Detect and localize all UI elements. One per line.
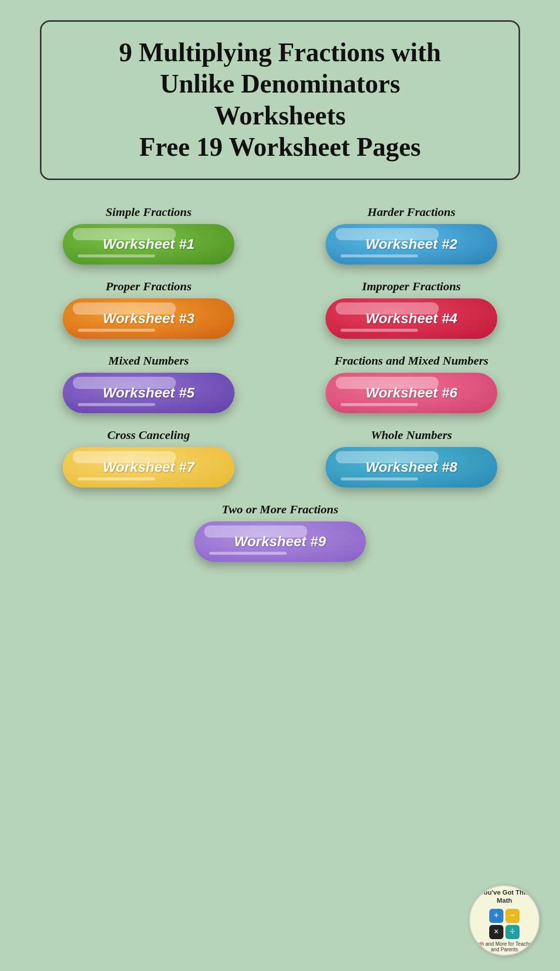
logo-area: You've Got ThisMath + − × ÷ Math and Mor… [469, 885, 540, 956]
label-w7: Cross Canceling [107, 428, 190, 442]
worksheet-1-button[interactable]: Worksheet #1 [63, 224, 235, 264]
logo-tagline: You've Got ThisMath [476, 889, 533, 904]
minus-icon: − [505, 909, 520, 923]
label-w3: Proper Fractions [106, 280, 192, 293]
worksheet-9-button[interactable]: Worksheet #9 [194, 521, 366, 562]
worksheet-7-button[interactable]: Worksheet #7 [63, 447, 235, 488]
logo-icons-grid: + − × ÷ [489, 909, 520, 939]
worksheet-cell-1: Simple Fractions Worksheet #1 [32, 205, 265, 264]
multiply-icon: × [489, 925, 503, 939]
worksheet-4-button[interactable]: Worksheet #4 [325, 298, 497, 339]
worksheet-cell-5: Mixed Numbers Worksheet #5 [32, 354, 265, 413]
worksheet-2-button[interactable]: Worksheet #2 [325, 224, 497, 264]
label-w2: Harder Fractions [367, 205, 455, 219]
label-w1: Simple Fractions [106, 205, 192, 219]
worksheet-grid: Simple Fractions Worksheet #1 Harder Fra… [32, 205, 528, 562]
label-w9: Two or More Fractions [222, 503, 338, 516]
divide-icon: ÷ [505, 925, 520, 939]
worksheet-cell-3: Proper Fractions Worksheet #3 [32, 280, 265, 339]
worksheet-cell-8: Whole Numbers Worksheet #8 [295, 428, 528, 488]
worksheet-5-button[interactable]: Worksheet #5 [63, 373, 235, 413]
worksheet-cell-7: Cross Canceling Worksheet #7 [32, 428, 265, 488]
label-w6: Fractions and Mixed Numbers [335, 354, 489, 368]
worksheet-6-button[interactable]: Worksheet #6 [325, 373, 497, 413]
worksheet-8-button[interactable]: Worksheet #8 [325, 447, 497, 488]
worksheet-cell-9: Two or More Fractions Worksheet #9 [32, 503, 528, 562]
worksheet-cell-2: Harder Fractions Worksheet #2 [295, 205, 528, 264]
worksheet-cell-6: Fractions and Mixed Numbers Worksheet #6 [295, 354, 528, 413]
logo-circle: You've Got ThisMath + − × ÷ Math and Mor… [469, 885, 540, 956]
worksheet-cell-4: Improper Fractions Worksheet #4 [295, 280, 528, 339]
title-box: 9 Multiplying Fractions with Unlike Deno… [40, 20, 520, 180]
plus-icon: + [489, 909, 503, 923]
label-w5: Mixed Numbers [108, 354, 189, 368]
page-title: 9 Multiplying Fractions with Unlike Deno… [67, 37, 493, 163]
label-w4: Improper Fractions [362, 280, 460, 293]
label-w8: Whole Numbers [371, 428, 452, 442]
worksheet-3-button[interactable]: Worksheet #3 [63, 298, 235, 339]
logo-subtitle: Math and More for Teachers and Parents [470, 941, 539, 952]
